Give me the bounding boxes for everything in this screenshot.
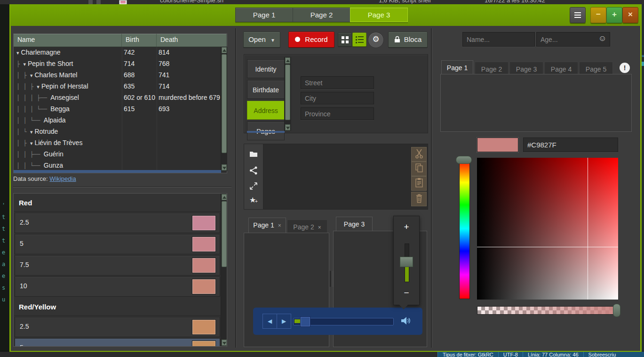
tree-row[interactable]: │ │ ├── Guérin — [14, 148, 221, 160]
minimize-button[interactable]: − — [590, 7, 606, 23]
province-field[interactable] — [301, 107, 374, 120]
sidebar-item-identity[interactable]: Identity — [247, 59, 285, 78]
tree-row[interactable]: │ │ ├ ▾Pepin of Herstal 635 714 — [14, 81, 221, 92]
color-list-item[interactable]: 7.5 — [15, 255, 220, 276]
alpha-slider[interactable] — [477, 306, 619, 315]
volume-up-button[interactable]: + — [394, 222, 419, 232]
scroll-thumb[interactable] — [222, 201, 227, 267]
folder-icon[interactable] — [249, 150, 258, 158]
tree-row[interactable]: │ └ ▾Rotrude — [14, 126, 221, 137]
star-plus-icon[interactable]: ★+ — [249, 195, 258, 204]
next-button[interactable]: ▶ — [277, 314, 291, 329]
tree-row[interactable]: │ │ └── Gunza — [14, 160, 221, 171]
city-field[interactable] — [301, 92, 374, 105]
titlebar-tab-page-2[interactable]: Page 2 — [293, 8, 350, 22]
maximize-button[interactable]: + — [606, 7, 622, 23]
emoji-icon[interactable]: ☺ — [598, 34, 606, 43]
tab-page-1[interactable]: Page 1× — [248, 218, 286, 233]
color-list-item[interactable]: 2.5 — [15, 317, 220, 337]
paste-button[interactable] — [411, 176, 427, 191]
form-vscrollbar[interactable] — [284, 57, 291, 131]
scroll-down-button[interactable] — [285, 124, 290, 130]
share-icon[interactable] — [249, 165, 258, 174]
titlebar-tab-page-1[interactable]: Page 1 — [235, 8, 293, 22]
previous-button[interactable]: ◀ — [262, 314, 277, 329]
bg-mini-swatch — [642, 62, 644, 66]
close-tab-icon[interactable]: × — [278, 222, 281, 229]
expander-icon[interactable]: ▾ — [37, 84, 40, 89]
tree-row[interactable]: │ │ └── Alpaida — [14, 114, 221, 126]
open-button[interactable]: Open▼ — [243, 32, 280, 48]
page-tab-page-3[interactable]: Page 3 — [509, 62, 543, 74]
munsell-color-list[interactable]: Red 2.5 5 7.5 10 Red/Yellow 2.5 5 — [13, 193, 227, 347]
titlebar-tab-page-3[interactable]: Page 3 — [350, 8, 408, 22]
scroll-up-button[interactable] — [222, 194, 227, 200]
hue-slider[interactable] — [459, 158, 470, 299]
sidebar-item-birthdate[interactable]: Birthdate — [247, 80, 285, 99]
lock-button[interactable]: Bloca — [388, 32, 428, 48]
column-header-name[interactable]: Name — [14, 34, 122, 47]
tree-row[interactable]: │ │ │ ├── Ansegisel 602 or 610 murdered … — [14, 92, 221, 103]
seek-slider[interactable] — [293, 318, 394, 325]
name-input[interactable] — [462, 32, 535, 47]
scroll-up-button[interactable] — [222, 47, 227, 53]
saturation-value-plane[interactable] — [477, 158, 618, 300]
family-tree-view[interactable]: Name Birth Death ▾Charlemagne 742 814 ├ … — [13, 33, 227, 173]
street-field[interactable] — [301, 76, 374, 89]
scroll-thumb[interactable] — [285, 65, 290, 120]
color-list-item[interactable]: 2.5 — [15, 213, 220, 233]
sidebar-item-address[interactable]: Address — [247, 101, 285, 120]
page-tab-page-1[interactable]: Page 1 — [441, 60, 473, 74]
tree-row[interactable]: ├ ▾Pepin the Short 714 768 — [14, 58, 221, 69]
delete-button[interactable] — [411, 192, 427, 206]
seek-handle[interactable] — [300, 316, 310, 327]
page-tab-page-2[interactable]: Page 2 — [475, 62, 509, 74]
tree-vscrollbar[interactable] — [221, 47, 227, 171]
wikipedia-link[interactable]: Wikipedia — [49, 175, 76, 182]
expander-icon[interactable]: ▾ — [16, 50, 19, 56]
tab-page-2[interactable]: Page 2× — [287, 219, 327, 234]
page-tab-page-5[interactable]: Page 5 — [579, 62, 613, 74]
scroll-thumb[interactable] — [222, 54, 227, 153]
hue-value-label: 5 — [20, 240, 24, 247]
scroll-down-button[interactable] — [222, 340, 227, 346]
menu-button[interactable] — [570, 7, 586, 23]
page-tab-page-4[interactable]: Page 4 — [544, 62, 578, 74]
scroll-up-button[interactable] — [285, 57, 290, 64]
close-button[interactable]: × — [622, 7, 638, 23]
tree-row[interactable]: │ │ │ └── Begga 615 693 — [14, 103, 221, 114]
alert-icon[interactable]: ! — [620, 63, 630, 73]
alpha-slider-handle[interactable] — [613, 304, 620, 317]
expander-icon[interactable]: ▾ — [30, 140, 33, 146]
column-header-death[interactable]: Death — [157, 34, 227, 47]
volume-button[interactable] — [400, 315, 411, 326]
fullscreen-icon[interactable] — [249, 181, 258, 189]
scroll-down-button[interactable] — [222, 164, 227, 170]
volume-slider-handle[interactable] — [400, 257, 413, 267]
tab-page-3[interactable]: Page 3 — [336, 217, 373, 231]
tree-row[interactable]: │ ├ ▾Liévin de Trèves — [14, 137, 221, 148]
color-list-item[interactable]: 10 — [15, 276, 220, 297]
settings-gear-button[interactable]: ⚙ — [368, 32, 384, 48]
tree-row[interactable]: │ ├ ▾Charles Martel 688 741 — [14, 69, 221, 81]
expander-icon[interactable]: ▾ — [23, 61, 26, 67]
color-list-item[interactable]: 5 — [15, 234, 220, 254]
copy-button[interactable] — [411, 162, 427, 176]
expander-icon[interactable]: ▾ — [30, 129, 33, 135]
volume-down-button[interactable]: − — [394, 288, 419, 298]
person-name: Charlemagne — [21, 49, 61, 56]
cut-button[interactable] — [411, 147, 427, 162]
hex-color-input[interactable] — [523, 138, 618, 152]
close-tab-icon[interactable]: × — [318, 224, 321, 231]
color-swatch — [192, 258, 215, 273]
grid-view-toggle[interactable] — [338, 32, 352, 47]
record-button[interactable]: Record — [288, 32, 334, 48]
expander-icon[interactable]: ▾ — [30, 73, 33, 78]
list-vscrollbar[interactable] — [221, 194, 227, 346]
tree-hscrollbar[interactable] — [14, 170, 221, 173]
column-header-birth[interactable]: Birth — [122, 34, 157, 47]
tree-row[interactable]: ▾Charlemagne 742 814 — [14, 47, 221, 58]
color-list-item[interactable]: 5 — [15, 338, 220, 347]
hue-slider-handle[interactable] — [456, 156, 472, 164]
list-view-toggle[interactable] — [352, 32, 366, 47]
